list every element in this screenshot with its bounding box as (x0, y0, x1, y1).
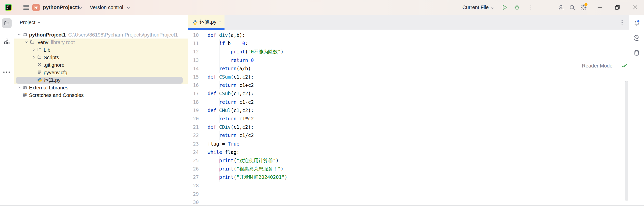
code-with-me-icon[interactable] (558, 4, 565, 11)
tab-close-icon[interactable] (218, 20, 222, 24)
chevron-right-icon[interactable] (32, 48, 36, 52)
code-line-15[interactable]: def CSum(c1,c2): (208, 73, 254, 81)
project-panel-header[interactable]: Project (20, 15, 41, 30)
line-number[interactable]: 14 (188, 64, 199, 73)
code-line-23[interactable]: flag = True (208, 140, 239, 148)
more-actions-icon[interactable] (527, 4, 534, 11)
more-tool-windows-icon[interactable] (3, 72, 10, 73)
chevron-down-icon[interactable] (25, 40, 29, 44)
code-token: c1*c2 (236, 116, 254, 121)
run-config-chevron-down-icon[interactable] (490, 6, 494, 10)
code-line-22[interactable]: return c1/c2 (208, 131, 254, 140)
close-button[interactable] (632, 4, 638, 11)
debug-button[interactable] (514, 4, 520, 11)
chevron-right-icon[interactable] (17, 86, 21, 89)
line-number[interactable]: 13 (188, 56, 199, 64)
code-line-27[interactable]: print("开发时间20240201") (208, 173, 287, 181)
line-number[interactable]: 25 (188, 156, 199, 165)
line-number[interactable]: 28 (188, 182, 199, 190)
chevron-right-icon[interactable] (32, 55, 36, 59)
editor-tab-bar: 运算.py (188, 15, 629, 30)
tree-item-pythonProject1[interactable]: pythonProject1C:\Users\86198\PycharmProj… (14, 31, 188, 39)
line-number[interactable]: 22 (188, 131, 199, 140)
tree-item-label: .gitignore (44, 62, 64, 68)
tree-item-.venv[interactable]: .venvlibrary root (14, 39, 188, 46)
project-badge[interactable]: PP (32, 4, 40, 11)
project-tool-window-button[interactable] (2, 18, 12, 28)
line-number[interactable]: 21 (188, 123, 199, 131)
vcs-widget[interactable]: Version control (90, 0, 123, 15)
tree-item-运算.py[interactable]: 运算.py (14, 76, 188, 84)
tree-item-.gitignore[interactable]: .gitignore (14, 61, 188, 69)
code-line-10[interactable]: def div(a,b): (208, 31, 245, 39)
line-number[interactable]: 26 (188, 165, 199, 173)
line-number[interactable]: 29 (188, 190, 199, 198)
vcs-chevron-down-icon[interactable] (127, 6, 130, 10)
tree-item-Lib[interactable]: Lib (14, 46, 188, 54)
code-token: print (231, 49, 245, 54)
code-line-21[interactable]: def CDiv(c1,c2): (208, 123, 254, 131)
line-number[interactable]: 19 (188, 106, 199, 115)
tree-item-suffix: C:\Users\86198\PycharmProjects\pythonPro… (68, 32, 178, 38)
run-configuration-widget[interactable]: Current File (462, 0, 489, 15)
editor-scrollbar[interactable] (625, 81, 628, 200)
code-editor[interactable]: 1011121314151617181920212223242526272829… (188, 30, 629, 206)
line-number[interactable]: 27 (188, 173, 199, 181)
line-number[interactable]: 15 (188, 73, 199, 81)
settings-notification-dot (584, 3, 587, 6)
tree-item-pyvenv.cfg[interactable]: pyvenv.cfg (14, 69, 188, 76)
minimize-button[interactable] (596, 4, 603, 11)
tree-item-Scripts[interactable]: Scripts (14, 54, 188, 61)
code-line-19[interactable]: def CMul(c1,c2): (208, 106, 254, 115)
title-bar: PC PP pythonProject1 Version control Cur… (0, 0, 644, 15)
code-token: CDiv (219, 124, 231, 130)
line-number[interactable]: 10 (188, 31, 199, 39)
ai-assistant-icon[interactable] (633, 35, 640, 41)
inspections-ok-icon[interactable] (621, 62, 628, 69)
line-number[interactable]: 12 (188, 48, 199, 56)
structure-icon[interactable] (4, 38, 10, 45)
code-line-18[interactable]: return c1-c2 (208, 98, 254, 106)
project-name-widget[interactable]: pythonProject1 (43, 0, 80, 15)
code-line-25[interactable]: print("欢迎使用计算器") (208, 156, 279, 165)
code-line-17[interactable]: def CSub(c1,c2): (208, 89, 254, 98)
code-line-16[interactable]: return c1+c2 (208, 81, 254, 89)
tab-active[interactable]: 运算.py (188, 15, 225, 30)
line-number[interactable]: 17 (188, 89, 199, 98)
code-token: while (208, 149, 222, 155)
chevron-down-icon[interactable] (17, 33, 21, 37)
line-number[interactable]: 16 (188, 81, 199, 89)
project-chevron-down-icon[interactable] (79, 6, 82, 10)
line-number[interactable]: 20 (188, 115, 199, 123)
search-everywhere-icon[interactable] (569, 4, 576, 11)
restore-button[interactable] (614, 4, 621, 11)
code-token: "很高兴为您服务！" (236, 166, 281, 171)
notifications-bell-icon[interactable] (633, 20, 640, 26)
editor-options-kebab-icon[interactable] (619, 19, 625, 26)
reader-mode-label[interactable]: Reader Mode (554, 62, 612, 69)
line-number[interactable]: 23 (188, 140, 199, 148)
pycharm-logo-text: PC (6, 5, 11, 10)
database-icon[interactable] (633, 50, 640, 56)
code-token: div (219, 32, 228, 38)
code-line-20[interactable]: return c1*c2 (208, 115, 254, 123)
code-line-11[interactable]: if b == 0: (208, 39, 248, 48)
line-number[interactable]: 18 (188, 98, 199, 106)
line-number[interactable]: 24 (188, 148, 199, 156)
code-token: ( (234, 166, 236, 171)
run-button[interactable] (501, 4, 508, 11)
code-token: flag: (222, 149, 239, 155)
main-menu-icon[interactable] (23, 4, 30, 11)
code-line-14[interactable]: return(a/b) (208, 64, 251, 73)
scratches-icon (22, 92, 27, 97)
folder-icon (37, 47, 42, 52)
tree-item-label: pythonProject1 (29, 32, 66, 38)
code-token: 0 (251, 57, 254, 63)
line-number[interactable]: 30 (188, 198, 199, 206)
code-line-24[interactable]: while flag: (208, 148, 239, 156)
line-number[interactable]: 11 (188, 39, 199, 48)
tab-label: 运算.py (200, 15, 216, 29)
tree-item-External Libraries[interactable]: External Libraries (14, 84, 188, 91)
code-token: def (208, 124, 216, 130)
tree-item-Scratches and Consoles[interactable]: Scratches and Consoles (14, 91, 188, 99)
